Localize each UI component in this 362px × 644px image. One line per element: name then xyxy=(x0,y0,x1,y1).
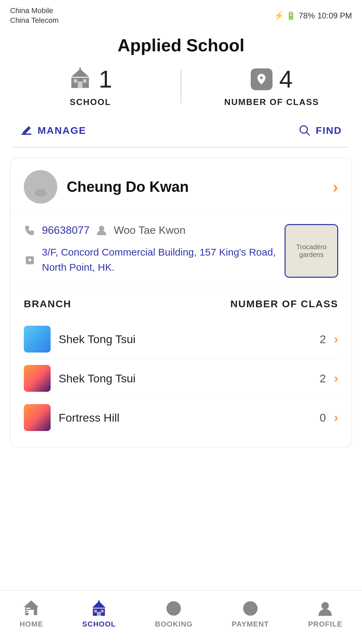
svg-point-11 xyxy=(35,189,47,197)
search-icon xyxy=(298,124,311,137)
school-details: 96638077 Woo Tae Kwon 3/F, Concord Comme… xyxy=(10,214,352,288)
branch-row[interactable]: Shek Tong Tsui 2 › xyxy=(24,320,338,359)
school-icon xyxy=(68,67,92,91)
svg-rect-24 xyxy=(97,612,101,616)
branch-count-1: 2 xyxy=(319,372,326,385)
phone-number[interactable]: 96638077 xyxy=(42,224,89,236)
stats-row: 1 SCHOOL 4 NUMBER OF CLASS xyxy=(13,65,349,107)
status-icons: ⚡ 🔋 78% 10:09 PM xyxy=(274,11,352,20)
branch-chevron-0: › xyxy=(334,332,338,346)
address-icon xyxy=(24,254,36,266)
nav-payment-label: PAYMENT xyxy=(232,620,269,629)
svg-point-8 xyxy=(300,126,307,133)
nav-school-label: SCHOOL xyxy=(82,620,116,629)
svg-rect-19 xyxy=(26,608,31,609)
branch-chevron-1: › xyxy=(334,371,338,386)
nav-profile[interactable]: PROFILE xyxy=(308,600,342,629)
location-icon xyxy=(251,68,273,90)
school-count: 1 xyxy=(99,65,112,93)
svg-point-31 xyxy=(321,602,329,609)
svg-point-10 xyxy=(36,180,45,189)
branches-section: BRANCH NUMBER OF CLASS Shek Tong Tsui 2 … xyxy=(10,288,352,447)
action-row: MANAGE FIND xyxy=(0,121,362,147)
home-icon xyxy=(22,600,40,617)
nav-home[interactable]: HOME xyxy=(19,600,43,629)
branch-chevron-2: › xyxy=(334,411,338,425)
status-bar: China Mobile China Telecom ⚡ 🔋 78% 10:09… xyxy=(0,0,362,29)
svg-line-9 xyxy=(306,132,310,136)
nav-booking-label: BOOKING xyxy=(155,620,192,629)
edit-icon xyxy=(20,124,33,137)
school-label: SCHOOL xyxy=(70,97,111,107)
branch-thumbnail-1 xyxy=(24,365,51,392)
branch-name-2: Fortress Hill xyxy=(59,411,319,424)
svg-rect-4 xyxy=(83,79,87,83)
avatar-image xyxy=(31,177,51,197)
address-text[interactable]: 3/F, Concord Commercial Building, 157 Ki… xyxy=(42,245,278,275)
booking-icon xyxy=(165,600,182,617)
branch-name-1: Shek Tong Tsui xyxy=(59,372,319,385)
person-name: Woo Tae Kwon xyxy=(114,224,185,236)
branch-thumbnail-0 xyxy=(24,326,51,353)
branch-count-0: 2 xyxy=(319,333,326,346)
divider xyxy=(13,147,349,148)
school-stat: 1 SCHOOL xyxy=(13,65,167,107)
nav-booking[interactable]: BOOKING xyxy=(155,600,192,629)
school-card: Cheung Do Kwan › 96638077 Woo Tae Kwo xyxy=(10,158,352,447)
school-chevron-icon: › xyxy=(333,177,338,197)
bottom-nav: HOME SCHOOL BOOKING $ xyxy=(0,590,362,644)
svg-text:$: $ xyxy=(248,604,252,612)
svg-rect-21 xyxy=(26,612,31,613)
school-header[interactable]: Cheung Do Kwan › xyxy=(10,158,352,214)
school-nav-icon xyxy=(90,600,108,617)
carrier-info: China Mobile China Telecom xyxy=(10,6,59,25)
manage-button[interactable]: MANAGE xyxy=(20,124,86,137)
svg-rect-20 xyxy=(26,610,31,611)
phone-row: 96638077 Woo Tae Kwon xyxy=(24,224,278,236)
nav-payment[interactable]: $ PAYMENT xyxy=(232,600,269,629)
svg-rect-27 xyxy=(98,600,100,602)
profile-icon xyxy=(316,600,334,617)
class-count: 4 xyxy=(279,65,293,93)
page-title: Applied School xyxy=(0,29,362,65)
nav-profile-label: PROFILE xyxy=(308,620,342,629)
branch-header-label: BRANCH xyxy=(24,298,71,310)
svg-point-12 xyxy=(99,226,104,231)
payment-icon: $ xyxy=(242,600,259,617)
class-header-label: NUMBER OF CLASS xyxy=(230,298,338,310)
svg-point-28 xyxy=(167,602,180,615)
branch-count-2: 0 xyxy=(319,411,326,424)
map-thumbnail[interactable]: Trocadéro gardens xyxy=(285,224,338,278)
branch-thumbnail-2 xyxy=(24,404,51,431)
class-stat: 4 NUMBER OF CLASS xyxy=(195,65,349,107)
details-left: 96638077 Woo Tae Kwon 3/F, Concord Comme… xyxy=(24,224,278,275)
address-row: 3/F, Concord Commercial Building, 157 Ki… xyxy=(24,245,278,275)
svg-rect-25 xyxy=(94,610,97,612)
svg-rect-3 xyxy=(74,79,77,83)
svg-point-14 xyxy=(28,259,31,261)
nav-school[interactable]: SCHOOL xyxy=(82,600,116,629)
branch-row[interactable]: Shek Tong Tsui 2 › xyxy=(24,359,338,398)
class-label: NUMBER OF CLASS xyxy=(224,97,319,107)
find-button[interactable]: FIND xyxy=(298,124,342,137)
stats-divider xyxy=(181,70,181,103)
svg-rect-2 xyxy=(78,82,82,88)
avatar xyxy=(24,170,57,204)
branch-name-0: Shek Tong Tsui xyxy=(59,333,319,346)
branches-header: BRANCH NUMBER OF CLASS xyxy=(24,298,338,310)
nav-home-label: HOME xyxy=(19,620,43,629)
svg-marker-16 xyxy=(24,600,39,607)
svg-rect-26 xyxy=(101,610,104,612)
phone-icon xyxy=(24,224,36,236)
person-icon xyxy=(96,224,108,236)
svg-rect-6 xyxy=(80,67,81,69)
branch-row[interactable]: Fortress Hill 0 › xyxy=(24,398,338,437)
school-name: Cheung Do Kwan xyxy=(67,178,333,195)
svg-rect-18 xyxy=(31,610,34,615)
map-label: Trocadéro gardens xyxy=(286,243,337,259)
